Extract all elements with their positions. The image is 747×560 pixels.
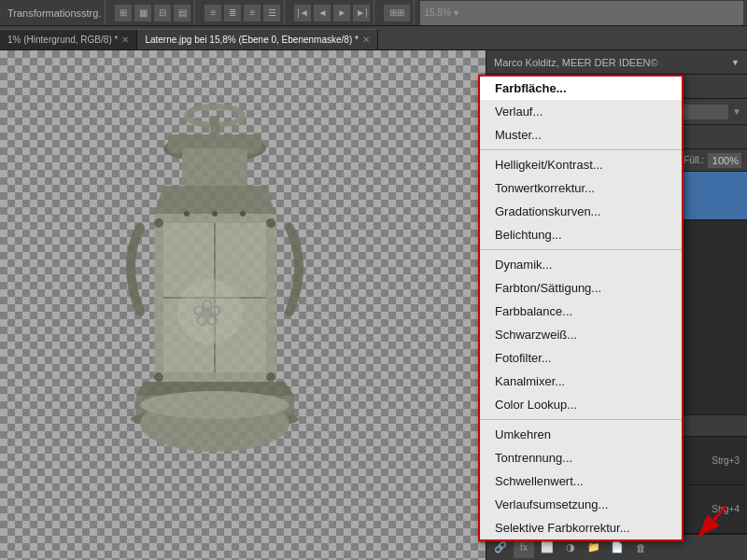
svg-point-18 [154, 372, 163, 382]
toolbar-icon-7[interactable]: ≡ [244, 5, 261, 21]
tab-0-close[interactable]: ✕ [121, 35, 129, 45]
top-toolbar: Transformationsstrg. ⊞ ▦ ⊟ ▤ ≡ ≣ ≡ ☰ |◄ … [0, 0, 747, 26]
toolbar-icon-10[interactable]: ◄ [314, 5, 331, 21]
toolbar-title: Transformationsstrg. [7, 7, 101, 19]
adjustment-dropdown-menu: Farbfläche... Verlauf... Muster... Helli… [478, 75, 684, 541]
canvas-area[interactable]: ❀ [0, 50, 486, 560]
svg-point-20 [184, 211, 190, 217]
dropdown-item-fotofilter-label: Fotofilter... [495, 351, 552, 365]
fill-input[interactable] [708, 153, 741, 168]
toolbar-icon-3[interactable]: ⊟ [154, 5, 171, 21]
separator-2 [480, 249, 682, 250]
dropdown-item-selektive-label: Selektive Farbkorrektur... [495, 521, 630, 535]
svg-point-21 [212, 211, 218, 217]
user-name: Marco Kolditz, MEER DER IDEEN© [494, 57, 727, 68]
dropdown-item-tontrennung-label: Tontrennung... [495, 451, 572, 465]
toolbar-icon-4[interactable]: ▤ [174, 5, 190, 21]
svg-rect-4 [182, 148, 247, 186]
status-text: 15.8% ▾ [424, 7, 458, 18]
dropdown-item-farbton-label: Farbton/Sättigung... [495, 281, 601, 295]
status-bar: 15.8% ▾ [420, 1, 743, 25]
toolbar-icons-1: ⊞ ▦ ⊟ ▤ [111, 0, 195, 25]
user-dropdown-arrow: ▼ [731, 58, 740, 67]
svg-point-16 [154, 218, 163, 228]
dropdown-item-umkehren[interactable]: Umkehren [480, 423, 682, 446]
user-dropdown[interactable]: Marco Kolditz, MEER DER IDEEN© ▼ [494, 57, 740, 68]
dropdown-item-colorlookup[interactable]: Color Lookup... [480, 393, 682, 416]
dropdown-item-gradation[interactable]: Gradationskurven... [480, 200, 682, 223]
search-dropdown-icon[interactable]: ▼ [732, 106, 741, 117]
dropdown-item-verlauf-label: Verlauf... [495, 105, 543, 119]
tab-0-label: 1% (Hintergrund, RGB/8) * [7, 35, 118, 45]
tab-0[interactable]: 1% (Hintergrund, RGB/8) * ✕ [0, 29, 137, 49]
toolbar-icon-5[interactable]: ≡ [204, 5, 221, 21]
toolbar-icon-9[interactable]: |◄ [294, 5, 311, 21]
tab-1-close[interactable]: ✕ [362, 35, 370, 45]
svg-point-22 [240, 211, 246, 217]
dropdown-item-belichtung-label: Belichtung... [495, 228, 562, 242]
dropdown-item-colorlookup-label: Color Lookup... [495, 398, 577, 412]
dropdown-item-tontrennung[interactable]: Tontrennung... [480, 446, 682, 469]
svg-text:❀: ❀ [191, 292, 223, 333]
dropdown-item-gradation-label: Gradationskurven... [495, 204, 600, 218]
dropdown-item-umkehren-label: Umkehren [495, 427, 551, 441]
user-bar: Marco Kolditz, MEER DER IDEEN© ▼ [486, 50, 747, 75]
dropdown-item-selektive[interactable]: Selektive Farbkorrektur... [480, 516, 682, 539]
toolbar-icon-2[interactable]: ▦ [134, 5, 151, 21]
dropdown-item-farbflache-label: Farbfläche... [495, 81, 567, 95]
toolbar-icons-2: ≡ ≣ ≡ ☰ [201, 0, 285, 25]
arrow-svg [680, 501, 736, 548]
dropdown-item-verlauf[interactable]: Verlauf... [480, 100, 682, 123]
dropdown-item-farbton[interactable]: Farbton/Sättigung... [480, 276, 682, 300]
dropdown-item-tonwert-label: Tonwertkorrektur... [495, 181, 595, 195]
dropdown-item-helligkeit-label: Helligkeit/Kontrast... [495, 158, 603, 172]
svg-point-17 [266, 218, 275, 228]
toolbar-icon-6[interactable]: ≣ [224, 5, 241, 21]
dropdown-item-dynamik-label: Dynamik... [495, 258, 552, 272]
separator-1 [480, 149, 682, 150]
dropdown-item-helligkeit[interactable]: Helligkeit/Kontrast... [480, 153, 682, 176]
channel-0-shortcut: Strg+3 [712, 455, 740, 466]
toolbar-icons-3: |◄ ◄ ► ►| [290, 0, 374, 25]
toolbar-icon-8[interactable]: ☰ [263, 5, 280, 21]
dropdown-item-belichtung[interactable]: Belichtung... [480, 223, 682, 246]
dropdown-item-schwarzweiss[interactable]: Schwarzweiß... [480, 323, 682, 346]
tab-bar: 1% (Hintergrund, RGB/8) * ✕ Laterne.jpg … [0, 26, 747, 50]
toolbar-icon-1[interactable]: ⊞ [115, 5, 132, 21]
toolbar-icons-4: ⊞⊞ [380, 0, 415, 25]
dropdown-item-farbflache[interactable]: Farbfläche... [480, 77, 682, 100]
fill-label: Füll.: [684, 155, 704, 165]
dropdown-item-schwellenwert-label: Schwellenwert... [495, 474, 584, 488]
dropdown-item-dynamik[interactable]: Dynamik... [480, 253, 682, 276]
lantern-svg: ❀ [65, 78, 364, 526]
separator-3 [480, 419, 682, 420]
dropdown-item-schwarzweiss-label: Schwarzweiß... [495, 328, 577, 342]
dropdown-item-verlaufsumsetzung-label: Verlaufsumsetzung... [495, 497, 608, 511]
dropdown-item-fotofilter[interactable]: Fotofilter... [480, 346, 682, 370]
toolbar-icon-13[interactable]: ⊞⊞ [384, 5, 410, 21]
tab-1[interactable]: Laterne.jpg bei 15,8% (Ebene 0, Ebenenma… [137, 29, 378, 49]
dropdown-item-kanalmixer[interactable]: Kanalmixer... [480, 370, 682, 393]
dropdown-item-muster[interactable]: Muster... [480, 123, 682, 147]
toolbar-icon-11[interactable]: ► [333, 5, 350, 21]
toolbar-icon-12[interactable]: ►| [353, 5, 370, 21]
tab-1-label: Laterne.jpg bei 15,8% (Ebene 0, Ebenenma… [145, 35, 359, 45]
dropdown-item-farbbalance[interactable]: Farbbalance... [480, 300, 682, 323]
svg-point-19 [266, 372, 275, 382]
dropdown-item-kanalmixer-label: Kanalmixer... [495, 374, 565, 388]
dropdown-item-farbbalance-label: Farbbalance... [495, 304, 572, 318]
lantern-container: ❀ [37, 69, 392, 536]
dropdown-item-tonwert[interactable]: Tonwertkorrektur... [480, 176, 682, 200]
dropdown-item-verlaufsumsetzung[interactable]: Verlaufsumsetzung... [480, 493, 682, 516]
dropdown-item-schwellenwert[interactable]: Schwellenwert... [480, 469, 682, 493]
toolbar-section-title: Transformationsstrg. [4, 0, 106, 25]
svg-point-13 [140, 391, 289, 419]
svg-line-30 [698, 506, 726, 537]
dropdown-item-muster-label: Muster... [495, 128, 542, 142]
